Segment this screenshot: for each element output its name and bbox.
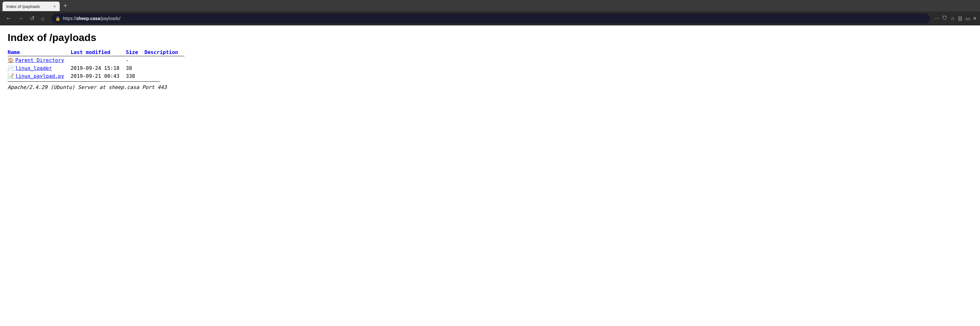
table-row: 📄 linux_loader 2019-09-24 15:18 38 [8,64,185,72]
linux-payload-link[interactable]: 📝 linux_payload.py [8,73,64,79]
last-modified-cell [70,56,126,64]
nav-bar: ← → ↺ ⌂ 🔒 https://sheep.casa/payloads/ ·… [0,11,980,26]
size-cell: - [126,56,145,64]
back-icon: ← [6,15,11,22]
description-cell [145,64,185,72]
page-title: Index of /payloads [8,32,972,43]
forward-button[interactable]: → [16,14,25,23]
url-display: https://sheep.casa/payloads/ [63,16,120,21]
file-listing: Name Last modified Size Description 🏠 Pa… [8,49,972,90]
security-icon: 🔒 [55,16,60,21]
col-description: Description [145,49,185,56]
sidebar-button[interactable]: ▭ [966,16,970,22]
nav-right-buttons: ··· ⛉ ☆ ||| ▭ ≡ [935,16,976,22]
back-button[interactable]: ← [4,14,13,23]
col-size[interactable]: Size [126,49,145,56]
star-button[interactable]: ☆ [950,16,955,22]
parent-directory-label: Parent Directory [15,57,64,63]
library-button[interactable]: ||| [958,16,962,21]
url-path: /payloads/ [100,16,120,21]
linux-loader-label: linux_loader [15,65,52,71]
parent-directory-link[interactable]: 🏠 Parent Directory [8,57,64,63]
linux-loader-link[interactable]: 📄 linux_loader [8,65,52,71]
refresh-icon: ↺ [30,15,35,22]
text-file-icon: 📝 [8,73,14,79]
tab-title: Index of /payloads [6,4,40,9]
unknown-file-icon: 📄 [8,65,14,71]
table-row: 🏠 Parent Directory - [8,56,185,64]
url-domain: sheep.casa [76,16,100,21]
col-last-modified[interactable]: Last modified [70,49,126,56]
more-button[interactable]: ··· [935,16,939,21]
home-icon: ⌂ [41,15,45,22]
size-cell: 338 [126,72,145,80]
refresh-button[interactable]: ↺ [28,14,37,23]
active-tab[interactable]: Index of /payloads × [3,2,60,11]
browser-chrome: Index of /payloads × + ← → ↺ ⌂ 🔒 https:/… [0,0,980,26]
menu-button[interactable]: ≡ [973,16,976,21]
col-name[interactable]: Name [8,49,70,56]
server-info: Apache/2.4.29 (Ubuntu) Server at sheep.c… [8,84,972,90]
description-cell [145,56,185,64]
size-cell: 38 [126,64,145,72]
file-name-cell: 🏠 Parent Directory [8,56,70,64]
new-tab-button[interactable]: + [62,2,68,10]
page-content: Index of /payloads Name Last modified Si… [0,26,980,326]
tab-close-button[interactable]: × [53,4,56,9]
last-modified-cell: 2019-09-24 15:18 [70,64,126,72]
tab-bar: Index of /payloads × + [0,0,980,11]
last-modified-cell: 2019-09-21 00:43 [70,72,126,80]
listing-table: Name Last modified Size Description 🏠 Pa… [8,49,185,80]
file-name-cell: 📝 linux_payload.py [8,72,70,80]
file-name-cell: 📄 linux_loader [8,64,70,72]
home-button[interactable]: ⌂ [39,14,46,23]
pocket-button[interactable]: ⛉ [942,16,947,21]
address-bar[interactable]: 🔒 https://sheep.casa/payloads/ [51,13,930,24]
description-cell [145,72,185,80]
table-row: 📝 linux_payload.py 2019-09-21 00:43 338 [8,72,185,80]
table-header-row: Name Last modified Size Description [8,49,185,56]
forward-icon: → [18,15,24,22]
linux-payload-label: linux_payload.py [15,73,64,79]
parent-dir-icon: 🏠 [8,57,14,63]
